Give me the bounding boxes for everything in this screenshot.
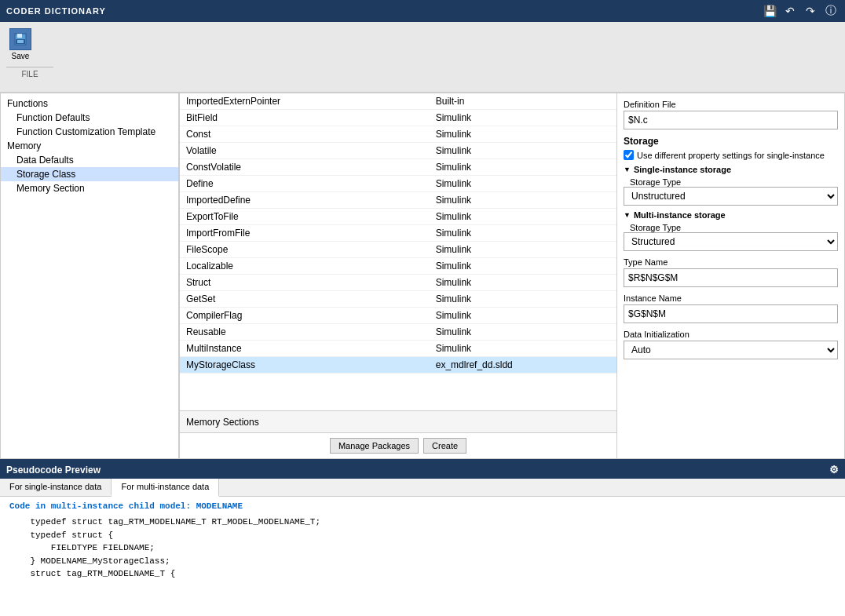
single-storage-type-select[interactable]: Unstructured Structured [624,187,838,206]
table-row[interactable]: GetSetSimulink [180,291,616,308]
multi-instance-header: ▼ Multi-instance storage [624,210,838,220]
app-title: CODER DICTIONARY [6,6,106,16]
tree-item-memory[interactable]: Memory [1,139,178,153]
row-source: Simulink [430,242,616,258]
tab-single-instance[interactable]: For single-instance data [0,479,112,496]
table-row[interactable]: ConstVolatileSimulink [180,159,616,176]
definition-file-input[interactable] [624,111,838,129]
pseudo-tabs: For single-instance data For multi-insta… [0,479,845,497]
table-row[interactable]: LocalizableSimulink [180,258,616,275]
table-row[interactable]: ExportToFileSimulink [180,209,616,225]
row-name: MyStorageClass [180,357,430,374]
row-name: BitField [180,110,430,126]
table-row[interactable]: FileScopeSimulink [180,242,616,258]
pseudo-title-model: MODELNAME [196,501,243,511]
row-source: Simulink [430,176,616,192]
row-source: Simulink [430,110,616,126]
save-label: Save [12,52,30,60]
table-row[interactable]: ReusableSimulink [180,324,616,341]
row-name: CompilerFlag [180,308,430,324]
different-settings-checkbox[interactable] [624,150,634,160]
tab-multi-instance[interactable]: For multi-instance data [112,479,219,497]
table-row[interactable]: VolatileSimulink [180,143,616,159]
code-line: } MODELNAME_MyStorageClass; [9,555,836,568]
multi-storage-type-select[interactable]: Structured Unstructured [624,232,838,251]
row-source: Simulink [430,341,616,357]
table-row[interactable]: CompilerFlagSimulink [180,308,616,324]
single-storage-type-label: Storage Type [624,177,838,187]
row-name: ImportedDefine [180,192,430,209]
svg-rect-1 [17,34,22,38]
multi-instance-label: Multi-instance storage [634,210,726,220]
code-line: struct tag_RTM_MODELNAME_T { [9,567,836,581]
pseudo-code-container: typedef struct tag_RTM_MODELNAME_T RT_MO… [9,516,836,581]
create-button[interactable]: Create [423,438,466,454]
save-title-icon[interactable]: 💾 [762,5,777,17]
undo-icon[interactable]: ↶ [782,5,798,17]
row-source: Simulink [430,209,616,225]
instance-name-input[interactable] [624,304,838,323]
row-name: Struct [180,275,430,291]
save-button[interactable]: Save [6,25,35,64]
tree-item-function-customization[interactable]: Function Customization Template [1,125,178,139]
code-line: typedef struct tag_RTM_MODELNAME_T RT_MO… [9,516,836,529]
multi-storage-type-label: Storage Type [624,223,838,232]
row-source: Simulink [430,258,616,275]
file-label: FILE [6,67,53,78]
redo-icon[interactable]: ↷ [803,5,818,17]
code-line: typedef struct { [9,529,836,542]
help-icon[interactable]: ⓘ [823,4,839,18]
single-instance-header: ▼ Single-instance storage [624,165,838,174]
left-panel: FunctionsFunction DefaultsFunction Custo… [0,93,179,459]
pseudo-title: Code in multi-instance child model: MODE… [9,501,836,511]
row-source: Simulink [430,275,616,291]
right-panel: Definition File Storage Use different pr… [617,93,845,459]
data-init-select[interactable]: Auto None Zero [624,341,838,359]
table-row[interactable]: MultiInstanceSimulink [180,341,616,357]
row-name: Reusable [180,324,430,341]
table-row[interactable]: MyStorageClassex_mdlref_dd.sldd [180,357,616,374]
row-name: ImportFromFile [180,225,430,242]
tree-item-data-defaults[interactable]: Data Defaults [1,153,178,167]
table-row[interactable]: ImportFromFileSimulink [180,225,616,242]
row-source: Simulink [430,324,616,341]
table-row[interactable]: ConstSimulink [180,126,616,143]
type-name-input[interactable] [624,268,838,287]
pseudo-section: Pseudocode Preview ⚙ For single-instance… [0,459,845,616]
row-source: Simulink [430,308,616,324]
save-icon [9,28,31,50]
row-name: ConstVolatile [180,159,430,176]
pseudo-gear-icon[interactable]: ⚙ [829,464,839,476]
manage-packages-button[interactable]: Manage Packages [330,438,419,454]
row-source: Built-in [430,93,616,110]
different-settings-label: Use different property settings for sing… [637,151,825,160]
table-row[interactable]: ImportedDefineSimulink [180,192,616,209]
tree-item-functions[interactable]: Functions [1,97,178,111]
middle-panel: ImportedExternPointerBuilt-inBitFieldSim… [179,93,617,459]
row-name: Volatile [180,143,430,159]
row-name: ExportToFile [180,209,430,225]
row-name: Define [180,176,430,192]
row-source: Simulink [430,143,616,159]
tree-item-memory-section[interactable]: Memory Section [1,181,178,195]
row-source: Simulink [430,192,616,209]
storage-section-header: Storage [624,136,838,147]
row-name: FileScope [180,242,430,258]
row-source: ex_mdlref_dd.sldd [430,357,616,374]
table-row[interactable]: BitFieldSimulink [180,110,616,126]
memory-sections-label: Memory Sections [186,417,259,428]
instance-name-label: Instance Name [624,293,838,303]
row-source: Simulink [430,159,616,176]
title-bar-icons: 💾 ↶ ↷ ⓘ [762,4,839,18]
tree-item-function-defaults[interactable]: Function Defaults [1,111,178,125]
type-name-label: Type Name [624,257,838,267]
table-row[interactable]: ImportedExternPointerBuilt-in [180,93,616,110]
row-name: MultiInstance [180,341,430,357]
svg-rect-3 [17,40,24,43]
pseudo-header-label: Pseudocode Preview [6,465,101,476]
tree-item-storage-class[interactable]: Storage Class [1,167,178,181]
toolbar: Save FILE [0,22,845,93]
table-row[interactable]: StructSimulink [180,275,616,291]
table-row[interactable]: DefineSimulink [180,176,616,192]
storage-class-table: ImportedExternPointerBuilt-inBitFieldSim… [180,93,616,410]
